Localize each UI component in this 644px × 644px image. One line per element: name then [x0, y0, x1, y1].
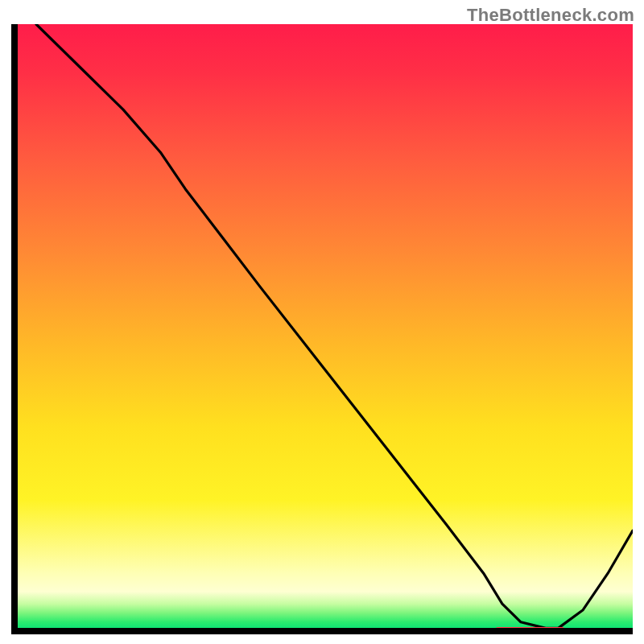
plot-inner	[11, 24, 633, 634]
curve-path	[36, 24, 633, 628]
chart-container: TheBottleneck.com	[0, 0, 644, 644]
curve-layer	[11, 24, 633, 634]
x-axis	[11, 628, 633, 634]
watermark-label: TheBottleneck.com	[467, 5, 634, 26]
plot-area	[11, 24, 633, 634]
y-axis	[11, 24, 18, 634]
